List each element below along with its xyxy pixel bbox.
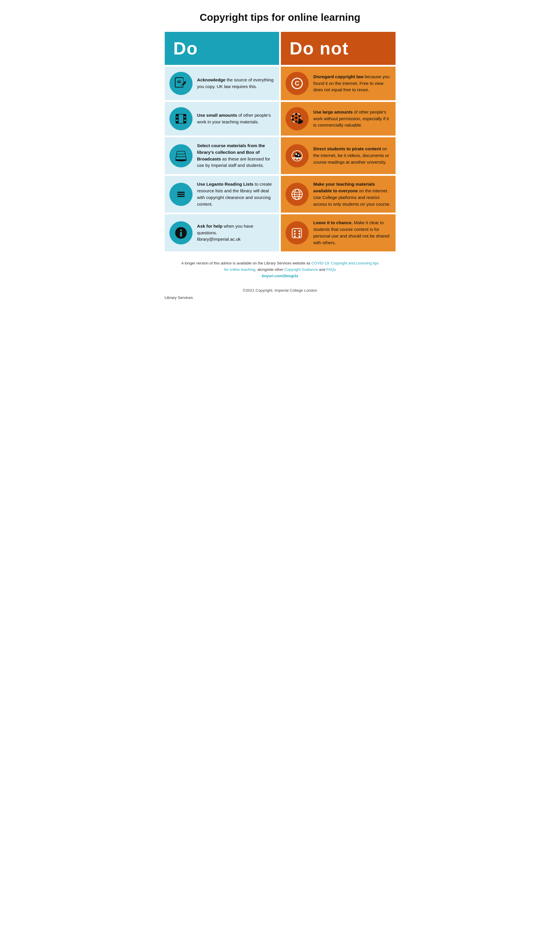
svg-point-23	[298, 115, 301, 117]
do-text-3: Use Leganto Reading Lists to create reso…	[197, 181, 275, 207]
svg-point-21	[295, 120, 297, 123]
svg-point-42	[299, 158, 300, 159]
do-text-0: Acknowledge the source of everything you…	[197, 77, 275, 90]
donot-text-0: Disregard copyright law because you foun…	[313, 74, 391, 93]
donot-card-1: Use large amounts of other people's work…	[281, 102, 395, 135]
row-pair-1: Use small amounts of other people's work…	[165, 102, 395, 135]
footer: A longer version of this advice is avail…	[162, 251, 398, 282]
do-card-2: Select course materials from the library…	[165, 137, 279, 174]
svg-point-22	[292, 115, 294, 117]
do-icon-3	[169, 183, 192, 206]
svg-rect-14	[183, 121, 186, 123]
svg-rect-53	[180, 232, 182, 237]
donot-icon-0: C	[286, 72, 309, 95]
donot-card-3: Make your teaching materials available t…	[281, 176, 395, 212]
rows-container: Acknowledge the source of everything you…	[162, 67, 398, 251]
svg-rect-15	[178, 114, 183, 123]
row-pair-3: Use Leganto Reading Lists to create reso…	[165, 176, 395, 212]
svg-point-20	[295, 113, 297, 115]
do-card-1: Use small amounts of other people's work…	[165, 102, 279, 135]
svg-point-59	[294, 236, 295, 237]
donot-text-4: Leave it to chance. Make it clear to stu…	[313, 220, 391, 246]
svg-text:C: C	[295, 80, 299, 87]
svg-point-36	[295, 153, 297, 155]
donot-icon-3	[286, 183, 309, 206]
footer-link2[interactable]: Copyright Guidance	[285, 267, 318, 272]
footer-text1: A longer version of this advice is avail…	[181, 261, 312, 265]
do-text-4: Ask for help when you have questions.lib…	[197, 223, 275, 243]
svg-rect-44	[177, 192, 185, 193]
svg-rect-28	[176, 157, 186, 160]
do-card-4: Ask for help when you have questions.lib…	[165, 214, 279, 251]
footer-tinyurl[interactable]: tinyurl.com/2bisgi3z	[179, 273, 381, 279]
do-icon-0	[169, 72, 192, 95]
donot-card-4: Leave it to chance. Make it clear to stu…	[281, 214, 395, 251]
row-pair-4: Ask for help when you have questions.lib…	[165, 214, 395, 251]
do-icon-4	[169, 221, 192, 245]
donot-card-2: Direct students to pirate content on the…	[281, 137, 395, 174]
donot-text-2: Direct students to pirate content on the…	[313, 146, 391, 165]
svg-point-37	[297, 154, 301, 157]
footer-link3[interactable]: FAQs	[326, 267, 336, 272]
svg-point-50	[297, 195, 299, 199]
svg-point-19	[295, 117, 297, 119]
columns-header: Do Do not	[162, 32, 398, 65]
do-text-2: Select course materials from the library…	[197, 143, 275, 169]
do-label: Do	[174, 38, 198, 58]
svg-point-40	[296, 158, 298, 160]
footer-text2: , alongside other	[255, 267, 285, 272]
do-icon-1	[169, 107, 192, 130]
do-text-1: Use small amounts of other people's work…	[197, 112, 275, 125]
svg-rect-13	[183, 118, 186, 120]
row-pair-0: Acknowledge the source of everything you…	[165, 67, 395, 100]
svg-point-58	[298, 233, 300, 235]
svg-rect-12	[183, 114, 186, 117]
footer-text3: and	[318, 267, 326, 272]
donot-card-0: C Disregard copyright law because you fo…	[281, 67, 395, 100]
donot-text-3: Make your teaching materials available t…	[313, 181, 391, 207]
svg-point-57	[294, 233, 295, 235]
svg-point-52	[180, 229, 182, 231]
svg-point-24	[292, 119, 294, 121]
donot-icon-2	[286, 144, 309, 168]
svg-rect-32	[177, 151, 185, 154]
donot-icon-1	[286, 107, 309, 130]
svg-rect-46	[177, 196, 185, 197]
svg-rect-10	[176, 118, 178, 120]
donot-label: Do not	[289, 38, 349, 58]
do-card-3: Use Leganto Reading Lists to create reso…	[165, 176, 279, 212]
svg-point-41	[294, 158, 295, 159]
do-icon-2	[169, 144, 192, 168]
page-title: Copyright tips for online learning	[162, 0, 398, 32]
donot-header: Do not	[281, 32, 395, 65]
copyright-line: ©2021 Copyright, Imperial College London	[162, 282, 398, 296]
svg-point-38	[298, 154, 299, 156]
do-header: Do	[165, 32, 279, 65]
svg-rect-45	[177, 194, 185, 195]
svg-rect-9	[176, 114, 178, 117]
svg-rect-11	[176, 121, 178, 123]
page-container: Copyright tips for online learning Do Do…	[162, 0, 398, 306]
svg-point-56	[298, 230, 300, 232]
svg-point-60	[298, 236, 300, 237]
do-card-0: Acknowledge the source of everything you…	[165, 67, 279, 100]
library-services: Library Services	[162, 296, 398, 306]
svg-point-55	[294, 230, 295, 232]
donot-icon-4	[286, 221, 309, 245]
donot-text-1: Use large amounts of other people's work…	[313, 109, 391, 129]
row-pair-2: Select course materials from the library…	[165, 137, 395, 174]
